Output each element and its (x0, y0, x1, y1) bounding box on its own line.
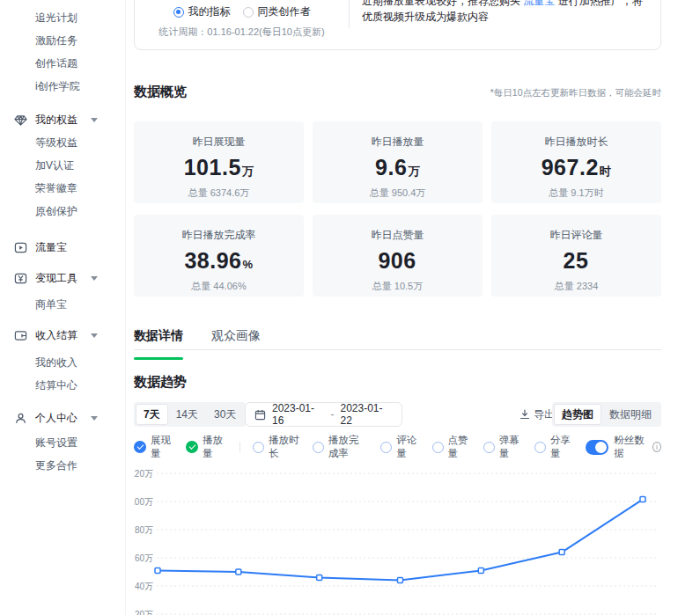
unchecked-circle-icon (483, 442, 495, 453)
update-note: *每日10点左右更新昨日数据，可能会延时 (490, 87, 661, 99)
data-point-marker (317, 575, 322, 580)
range-14d-button[interactable]: 14天 (168, 404, 206, 425)
data-trend-title: 数据趋势 (134, 374, 187, 391)
trend-line-impressions (158, 500, 643, 581)
metric-checkbox-completion-rate[interactable]: 播放完成率 (313, 434, 369, 460)
date-range-picker[interactable]: 2023-01-16 - 2023-01-22 (245, 402, 402, 427)
metric-checkbox-impressions[interactable]: 展现量 (134, 434, 173, 460)
y-axis-tick-label: 80万 (135, 525, 153, 535)
stat-card-impressions: 昨日展现量 101.5万 总量 6374.6万 (134, 121, 304, 203)
radio-my-metrics[interactable]: 我的指标 (173, 4, 231, 19)
y-axis-tick-label: 60万 (135, 553, 153, 563)
sidebar-item-account-settings[interactable]: 账号设置 (0, 431, 125, 454)
date-start: 2023-01-16 (272, 402, 325, 427)
trend-chart-svg: 120万100万80万60万40万20万 (134, 462, 661, 615)
date-end: 2023-01-22 (341, 402, 394, 427)
y-axis-tick-label: 20万 (135, 610, 153, 615)
metric-checkbox-danmaku[interactable]: 弹幕量 (483, 434, 522, 460)
view-data-table-button[interactable]: 数据明细 (601, 404, 659, 425)
metric-checkbox-likes[interactable]: 点赞量 (432, 434, 471, 460)
y-axis-tick-label: 40万 (135, 582, 153, 591)
range-7d-button[interactable]: 7天 (136, 404, 168, 425)
stat-period-text: 统计周期：01.16-01.22(每日10点更新) (135, 26, 349, 39)
sidebar-item-my-income[interactable]: 我的收入 (0, 351, 125, 374)
data-overview-title: 数据概览 (134, 84, 187, 100)
stat-card-comments: 昨日评论量 25 总量 2334 (491, 215, 661, 297)
data-point-marker (640, 497, 645, 502)
unchecked-circle-icon (380, 442, 392, 453)
sidebar-item-my-benefits[interactable]: 我的权益 (0, 108, 125, 131)
metric-checkbox-watch-time[interactable]: 播放时长 (253, 434, 300, 460)
sidebar-item-original-protection[interactable]: 原创保护 (0, 200, 125, 223)
info-icon[interactable]: i (652, 442, 661, 452)
range-segmented-control: 7天 14天 30天 (134, 402, 246, 427)
chevron-down-icon (91, 276, 98, 281)
sidebar-item-v-verification[interactable]: 加V认证 (0, 154, 125, 177)
y-axis-tick-label: 120万 (134, 469, 153, 479)
data-point-marker (397, 578, 402, 583)
sidebar-item-level-benefits[interactable]: 等级权益 (0, 131, 125, 154)
checked-circle-icon (134, 441, 146, 453)
monetize-tool-icon (13, 271, 27, 285)
sidebar-item-creation-topic[interactable]: 创作话题 (0, 52, 125, 75)
trend-chart: 120万100万80万60万40万20万 (134, 462, 661, 615)
sidebar-item-monetize-tools[interactable]: 变现工具 (0, 267, 125, 289)
unchecked-circle-icon (432, 442, 444, 453)
trend-filters: 7天 14天 30天 2023-01-16 - 2023-01-22 导出数据 … (134, 402, 661, 427)
sidebar: 追光计划 激励任务 创作话题 i创作学院 我的权益 等级权益 加V认证 荣誉徽章… (0, 0, 126, 615)
sidebar-item-business-order[interactable]: 商单宝 (0, 293, 125, 316)
data-point-marker (155, 567, 160, 573)
fans-toggle-label: 粉丝数据 (614, 434, 647, 460)
range-30d-button[interactable]: 30天 (206, 404, 244, 425)
data-point-marker (478, 567, 483, 573)
metric-checkbox-shares[interactable]: 分享量 (534, 434, 573, 460)
wallet-icon (13, 328, 27, 342)
sidebar-item-personal-center[interactable]: 个人中心 (0, 406, 125, 429)
sidebar-item-more-cooperation[interactable]: 更多合作 (0, 454, 125, 477)
main-content: 我的指标 同类创作者 统计周期：01.16-01.22(每日10点更新) 近期播… (134, 0, 661, 615)
unchecked-circle-icon (253, 442, 264, 453)
radio-peer-creators[interactable]: 同类创作者 (243, 4, 311, 19)
sidebar-item-honor-badge[interactable]: 荣誉徽章 (0, 177, 125, 200)
metric-legend: 展现量 播放量 播放时长 播放完成率 评论量 点赞量 弹幕量 分享量 粉丝数据 … (134, 439, 661, 455)
user-icon (13, 411, 27, 425)
data-point-marker (236, 569, 241, 575)
chevron-down-icon (91, 416, 98, 421)
legend-divider (239, 442, 240, 452)
sidebar-item-settlement-center[interactable]: 结算中心 (0, 374, 125, 397)
sidebar-item-spotlight-plan[interactable]: 追光计划 (0, 6, 125, 29)
stat-card-likes: 昨日点赞量 906 总量 10.5万 (313, 215, 483, 297)
sidebar-item-incentive-task[interactable]: 激励任务 (0, 29, 125, 52)
view-segmented-control: 趋势图 数据明细 (552, 402, 661, 427)
calendar-icon (254, 409, 266, 421)
tab-audience-profile[interactable]: 观众画像 (211, 328, 261, 349)
overview-promo-card: 我的指标 同类创作者 统计周期：01.16-01.22(每日10点更新) 近期播… (134, 0, 661, 50)
sidebar-item-income-settlement[interactable]: 收入结算 (0, 324, 125, 347)
stat-card-plays: 昨日播放量 9.6万 总量 950.4万 (313, 121, 483, 203)
fans-data-toggle[interactable] (586, 440, 608, 455)
stat-card-watch-time: 昨日播放时长 967.2时 总量 9.1万时 (491, 121, 661, 203)
checked-circle-icon (186, 441, 198, 453)
creator-dashboard-page: 追光计划 激励任务 创作话题 i创作学院 我的权益 等级权益 加V认证 荣誉徽章… (0, 0, 700, 615)
chevron-down-icon (91, 333, 98, 338)
metric-checkbox-comments[interactable]: 评论量 (380, 434, 419, 460)
unchecked-circle-icon (534, 442, 546, 453)
metric-checkbox-plays[interactable]: 播放量 (186, 434, 225, 460)
radio-selected-icon (173, 7, 184, 18)
sidebar-item-traffic-boost[interactable]: 流量宝 (0, 236, 125, 259)
tab-data-detail[interactable]: 数据详情 (134, 328, 183, 349)
gem-icon (13, 113, 27, 127)
chevron-down-icon (91, 118, 98, 122)
sidebar-item-creator-academy[interactable]: i创作学院 (0, 75, 125, 98)
y-axis-tick-label: 100万 (134, 497, 153, 507)
promo-text: 近期播放量表现较好，推荐您购买 流量宝 进行加热推广，将优质视频升级成为爆款内容 (350, 0, 660, 49)
metric-scope-panel: 我的指标 同类创作者 统计周期：01.16-01.22(每日10点更新) (135, 0, 349, 49)
download-icon (519, 409, 530, 420)
radio-unselected-icon (243, 7, 254, 18)
unchecked-circle-icon (313, 442, 324, 453)
stat-cards-grid: 昨日展现量 101.5万 总量 6374.6万 昨日播放量 9.6万 总量 95… (134, 121, 661, 297)
data-point-marker (559, 550, 564, 555)
date-separator: - (331, 408, 335, 421)
view-trend-chart-button[interactable]: 趋势图 (554, 404, 601, 425)
traffic-boost-link[interactable]: 流量宝 (523, 0, 555, 7)
